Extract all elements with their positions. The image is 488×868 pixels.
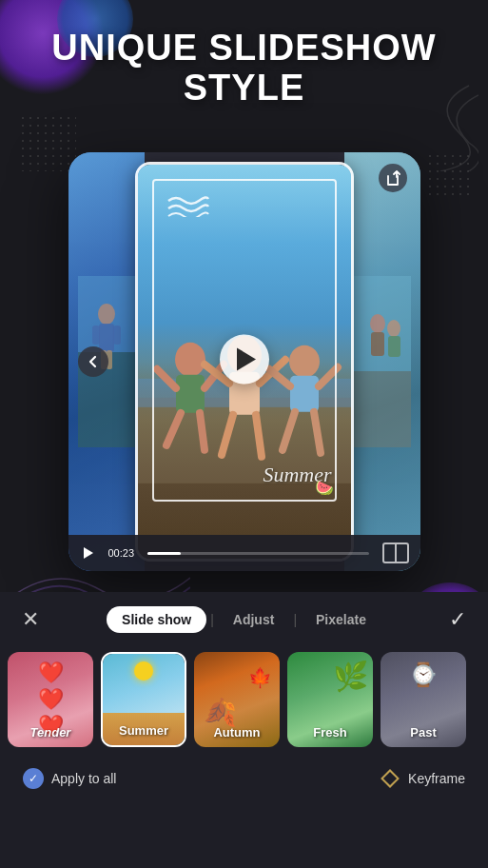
time-display: 00:23 bbox=[108, 547, 135, 559]
filter-autumn-label: Autumn bbox=[194, 725, 280, 740]
tab-divider-1: | bbox=[206, 612, 218, 627]
keyframe-diamond-shape bbox=[381, 769, 400, 788]
filter-autumn-bg: 🍂 🍁 Autumn bbox=[194, 652, 280, 747]
preview-controls-bar: 00:23 bbox=[68, 535, 420, 571]
svg-point-12 bbox=[387, 320, 400, 337]
svg-rect-13 bbox=[388, 336, 400, 357]
play-small-icon bbox=[84, 547, 93, 559]
progress-fill bbox=[147, 552, 181, 555]
svg-rect-29 bbox=[290, 376, 319, 412]
bottom-panel: ✕ Slide show | Adjust | Pixelate ✓ ❤️ bbox=[0, 592, 488, 868]
filter-summer-bg: Summer bbox=[103, 654, 185, 745]
side-photo-right-inner bbox=[344, 152, 420, 571]
main-photo-bg: Summer 🍉 bbox=[138, 165, 351, 559]
apply-all-button[interactable]: ✓ Apply to all bbox=[23, 768, 116, 789]
play-button[interactable] bbox=[220, 334, 269, 384]
svg-point-16 bbox=[175, 343, 205, 377]
filter-past-label: Past bbox=[381, 725, 466, 740]
keyframe-label: Keyframe bbox=[408, 771, 465, 786]
tab-slideshow[interactable]: Slide show bbox=[107, 606, 206, 633]
close-button[interactable]: ✕ bbox=[17, 606, 44, 633]
apply-check-icon: ✓ bbox=[23, 768, 44, 789]
share-button[interactable] bbox=[379, 164, 407, 192]
svg-rect-11 bbox=[371, 332, 384, 356]
svg-line-21 bbox=[200, 413, 205, 450]
keyframe-button[interactable]: Keyframe bbox=[380, 768, 465, 789]
svg-point-10 bbox=[370, 314, 385, 333]
title-line1: UNIQUE SLIDESHOW bbox=[51, 28, 436, 68]
tab-divider-2: | bbox=[289, 612, 301, 627]
tab-bar: ✕ Slide show | Adjust | Pixelate ✓ bbox=[0, 592, 488, 647]
watermelon-icon: 🍉 bbox=[315, 479, 334, 497]
filter-row: ❤️ ❤️ ❤️ Tender Summer 🍂 bbox=[0, 647, 488, 752]
header-section: UNIQUE SLIDESHOW STYLE bbox=[0, 29, 488, 108]
confirm-button[interactable]: ✓ bbox=[444, 606, 471, 633]
main-title: UNIQUE SLIDESHOW STYLE bbox=[0, 29, 488, 108]
svg-point-28 bbox=[289, 345, 320, 378]
svg-rect-5 bbox=[113, 326, 121, 345]
filter-fresh-bg: 🌿 Fresh bbox=[287, 652, 373, 747]
nav-arrow-left[interactable] bbox=[78, 346, 108, 377]
filter-autumn[interactable]: 🍂 🍁 Autumn bbox=[194, 652, 280, 747]
close-icon: ✕ bbox=[22, 609, 39, 630]
title-line2: STYLE bbox=[184, 68, 304, 108]
tab-adjust[interactable]: Adjust bbox=[218, 606, 290, 633]
main-photo[interactable]: Summer 🍉 bbox=[135, 162, 354, 562]
chevron-left-icon bbox=[87, 355, 100, 368]
filter-fresh[interactable]: 🌿 Fresh bbox=[287, 652, 373, 747]
apply-check-mark: ✓ bbox=[29, 772, 38, 785]
right-scene-svg bbox=[354, 276, 411, 447]
filter-past[interactable]: ⌚ Past bbox=[381, 652, 466, 747]
filter-summer[interactable]: Summer bbox=[101, 652, 186, 747]
svg-rect-17 bbox=[176, 375, 205, 413]
filter-past-bg: ⌚ Past bbox=[381, 652, 466, 747]
share-icon bbox=[385, 170, 400, 186]
progress-bar[interactable] bbox=[147, 552, 368, 555]
side-photo-right bbox=[344, 152, 420, 571]
svg-rect-9 bbox=[354, 371, 411, 447]
svg-point-2 bbox=[98, 304, 115, 325]
svg-rect-4 bbox=[92, 326, 100, 345]
tab-items: Slide show | Adjust | Pixelate bbox=[107, 606, 381, 633]
filter-tender-label: Tender bbox=[8, 725, 93, 740]
filter-tender[interactable]: ❤️ ❤️ ❤️ Tender bbox=[8, 652, 93, 747]
photo-wave-decoration bbox=[166, 193, 209, 217]
compare-button[interactable] bbox=[382, 542, 409, 563]
filter-fresh-label: Fresh bbox=[287, 725, 373, 740]
filter-summer-label: Summer bbox=[103, 723, 185, 738]
keyframe-icon bbox=[380, 768, 400, 789]
play-icon bbox=[237, 347, 256, 370]
check-icon: ✓ bbox=[449, 607, 466, 632]
apply-all-label: Apply to all bbox=[51, 771, 116, 786]
tab-pixelate[interactable]: Pixelate bbox=[301, 606, 381, 633]
play-small-button[interactable] bbox=[80, 544, 97, 562]
action-bar: ✓ Apply to all Keyframe bbox=[0, 752, 488, 805]
filter-tender-bg: ❤️ ❤️ ❤️ Tender bbox=[8, 652, 93, 747]
device-frame: Summer 🍉 00:23 bbox=[68, 152, 420, 571]
compare-line bbox=[395, 544, 397, 562]
